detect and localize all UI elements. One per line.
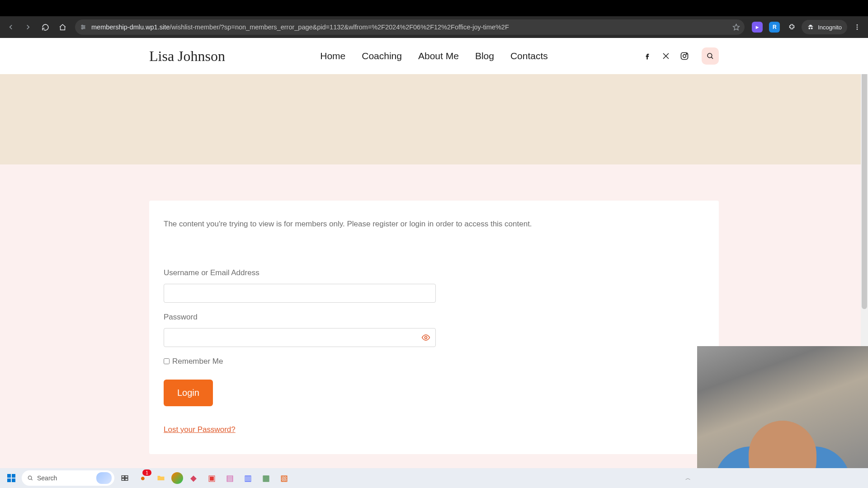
taskbar-app-4[interactable]: ▣ [204,470,219,486]
taskbar-app-6[interactable]: ▥ [240,470,255,486]
show-hidden-icons[interactable]: ︿ [685,474,691,482]
incognito-icon [807,23,814,31]
svg-rect-20 [125,479,128,481]
password-field[interactable] [164,328,436,347]
svg-rect-18 [125,476,128,478]
x-twitter-icon[interactable] [662,52,670,60]
svg-point-11 [686,54,687,55]
taskbar-app-2[interactable] [171,472,183,484]
chrome-menu-button[interactable] [850,20,864,34]
bookmark-icon[interactable] [732,23,740,31]
remember-me-checkbox[interactable] [164,358,170,364]
nav-blog[interactable]: Blog [475,51,494,61]
username-label: Username or Email Address [164,268,704,277]
nav-contacts[interactable]: Contacts [510,51,548,61]
login-card: The content you're trying to view is for… [149,201,719,454]
svg-point-8 [857,28,858,30]
remember-me-label: Remember Me [172,357,223,366]
reload-button[interactable] [38,20,52,34]
nav-coaching[interactable]: Coaching [362,51,402,61]
svg-point-6 [857,24,858,26]
facebook-icon[interactable] [643,52,652,61]
svg-line-16 [31,479,33,480]
svg-point-3 [82,25,83,26]
start-button[interactable] [4,470,19,486]
windows-taskbar: Search ● ◆ ▣ ▤ ▥ ▦ ▧ ︿ [0,468,868,488]
incognito-indicator[interactable]: Incognito [802,20,847,34]
svg-point-14 [425,336,427,338]
weather-icon [96,472,112,484]
taskbar-search-placeholder: Search [37,474,57,482]
extension-2[interactable]: R [767,20,782,34]
login-form: Username or Email Address Password Remem… [164,268,704,434]
taskbar-search[interactable]: Search [22,470,114,486]
main-nav: Home Coaching About Me Blog Contacts [320,51,548,61]
username-field[interactable] [164,284,436,303]
nav-home[interactable]: Home [320,51,345,61]
task-view-button[interactable] [117,470,132,486]
taskbar-app-3[interactable]: ◆ [186,470,201,486]
browser-toolbar: membership-dmlu.wp1.site/wishlist-member… [0,16,868,38]
site-header: Lisa Johnson Home Coaching About Me Blog… [0,38,868,74]
lost-password-link[interactable]: Lost your Password? [164,425,236,434]
svg-rect-19 [122,479,124,481]
svg-point-10 [683,55,686,58]
forward-button [21,20,35,34]
instagram-icon[interactable] [680,52,689,61]
incognito-label: Incognito [818,24,842,31]
svg-point-7 [857,27,858,28]
svg-line-13 [711,57,713,59]
remember-me-row[interactable]: Remember Me [164,357,704,366]
show-password-icon[interactable] [421,333,430,342]
search-icon [27,475,33,481]
svg-point-4 [84,27,85,28]
page-viewport: Lisa Johnson Home Coaching About Me Blog… [0,38,868,468]
extension-1[interactable]: ▸ [750,20,764,34]
site-settings-icon[interactable] [80,23,87,31]
back-button[interactable] [4,20,18,34]
windows-logo-icon [7,474,15,482]
svg-point-15 [28,476,32,479]
hero-band [0,74,868,164]
members-only-notice: The content you're trying to view is for… [164,219,704,230]
file-explorer-button[interactable] [153,470,169,486]
home-button[interactable] [55,20,70,34]
site-logo[interactable]: Lisa Johnson [149,48,225,65]
header-right [643,47,719,65]
webcam-overlay [697,346,868,468]
url-text: membership-dmlu.wp1.site/wishlist-member… [91,23,728,31]
extensions-button[interactable] [784,20,799,34]
search-button[interactable] [702,47,719,65]
scrollbar-thumb[interactable] [862,38,867,309]
svg-rect-17 [122,476,124,478]
address-bar[interactable]: membership-dmlu.wp1.site/wishlist-member… [75,19,745,35]
login-button[interactable]: Login [164,380,213,406]
nav-about-me[interactable]: About Me [418,51,459,61]
taskbar-app-1[interactable]: ● [135,470,151,486]
password-label: Password [164,313,704,322]
search-icon [706,52,714,60]
taskbar-app-5[interactable]: ▤ [222,470,237,486]
browser-tabstrip [0,0,868,16]
taskbar-app-7[interactable]: ▦ [258,470,274,486]
svg-point-5 [82,28,83,29]
taskbar-app-8[interactable]: ▧ [276,470,292,486]
svg-point-12 [708,53,712,58]
